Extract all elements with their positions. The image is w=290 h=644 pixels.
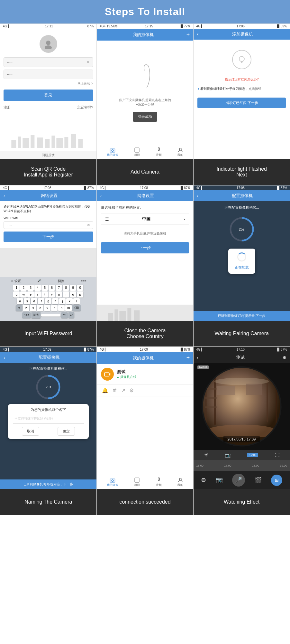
bottom-control-video[interactable]: 🎬	[255, 477, 262, 484]
key-2[interactable]: 2	[20, 285, 27, 291]
key-s[interactable]: s	[24, 298, 30, 304]
key-0[interactable]: 0	[77, 285, 83, 291]
action-icon-bell[interactable]: 🔔	[102, 387, 108, 393]
back-icon[interactable]: ‹	[197, 355, 198, 360]
forgot-link[interactable]: 忘记密码?	[77, 105, 93, 110]
key-b[interactable]: b	[51, 305, 58, 311]
key-w[interactable]: w	[20, 291, 27, 298]
nav-item-camera[interactable]: 我的摄像	[107, 477, 118, 487]
key-m[interactable]: m	[65, 305, 72, 311]
indicator-button[interactable]: 指示灯已红闪,下一步	[197, 98, 286, 108]
key-n[interactable]: n	[58, 305, 65, 311]
nav-item-album-2[interactable]: 相册	[134, 477, 140, 487]
add-camera-button-2[interactable]: +	[186, 355, 190, 361]
bottom-hint-bar[interactable]: 已听到摄像机'叮咚'提示音,下一步	[194, 311, 290, 321]
page-title: Steps To Install	[3, 6, 287, 18]
naming-input[interactable]: 不支持特殊字符(@#￥&等)	[13, 415, 84, 424]
bottom-control-settings[interactable]: ⚙	[201, 477, 206, 484]
key-q[interactable]: q	[13, 291, 20, 298]
key-g[interactable]: g	[45, 298, 51, 304]
shift-key[interactable]: ⇧	[16, 305, 22, 311]
cancel-button[interactable]: 取消	[22, 427, 39, 436]
key-h[interactable]: h	[52, 298, 59, 304]
wifi-password-row[interactable]: ······ 👁	[4, 221, 93, 229]
control-camera-icon[interactable]: 📷	[225, 452, 231, 458]
key-z[interactable]: z	[23, 305, 29, 311]
action-icon-settings[interactable]: ⚙	[129, 387, 134, 393]
key-i[interactable]: i	[63, 291, 69, 298]
nav-item-audio[interactable]: 音频	[156, 147, 162, 157]
bottom-control-mic[interactable]: 🎤	[232, 474, 245, 487]
login-button[interactable]: 登录	[4, 90, 93, 101]
country-selector[interactable]: ☰ 中国 ›	[101, 213, 189, 225]
add-camera-button[interactable]: +	[186, 31, 190, 38]
key-8[interactable]: 8	[63, 285, 69, 291]
key-7[interactable]: 7	[56, 285, 62, 291]
key-123[interactable]: 123	[22, 312, 31, 318]
key-c[interactable]: c	[37, 305, 43, 311]
key-4[interactable]: 4	[34, 285, 41, 291]
nav-item-audio-2[interactable]: 音频	[156, 477, 162, 487]
svg-rect-10	[64, 137, 68, 148]
key-l[interactable]: l	[73, 298, 80, 304]
confirm-button[interactable]: 确定	[58, 427, 75, 436]
back-icon[interactable]: ‹	[197, 31, 198, 37]
bottom-control-photo[interactable]: 📷	[216, 477, 223, 484]
grid-cell-connection: 4G ▎ 17:09 ▉ 87% 我的摄像机 + 测试 ●	[97, 347, 194, 515]
key-t[interactable]: t	[41, 291, 48, 298]
key-symbol[interactable]: 符号	[32, 312, 41, 318]
control-fullscreen[interactable]: ⛶	[275, 452, 279, 458]
nav-item-me-2[interactable]: 我的	[177, 477, 183, 487]
key-3[interactable]: 3	[27, 285, 34, 291]
settings-icon[interactable]: ⚙	[283, 355, 286, 360]
nav-item-album[interactable]: 相册	[134, 147, 140, 157]
key-o[interactable]: o	[70, 291, 76, 298]
key-k[interactable]: k	[66, 298, 73, 304]
indicator-link[interactable]: 指示灯没有红闪怎么办?	[225, 77, 259, 82]
key-y[interactable]: y	[49, 291, 55, 298]
clear-icon[interactable]: ✕	[86, 60, 90, 64]
naming-bottom-hint[interactable]: 已听到摄像机'叮咚'提示音，下一步	[0, 479, 96, 489]
key-x[interactable]: x	[30, 305, 36, 311]
timeline[interactable]: 16:00 17:00 18:00 19:00	[194, 460, 290, 471]
key-en[interactable]: En	[61, 312, 68, 318]
key-1[interactable]: 1	[13, 285, 20, 291]
key-v[interactable]: v	[44, 305, 50, 311]
svg-rect-7	[45, 139, 50, 148]
key-6[interactable]: 6	[49, 285, 55, 291]
back-icon[interactable]: ‹	[197, 194, 198, 198]
key-r[interactable]: r	[34, 291, 41, 298]
backspace-key[interactable]: ⌫	[72, 305, 81, 311]
username-field[interactable]: ······ ✕	[4, 57, 93, 67]
key-9[interactable]: 9	[70, 285, 76, 291]
back-icon[interactable]: ‹	[4, 355, 5, 360]
next-button[interactable]: 下一步	[4, 232, 93, 242]
register-link[interactable]: 注册	[4, 105, 11, 110]
password-field[interactable]: ······	[4, 70, 93, 79]
cityscape-decoration	[4, 132, 93, 148]
key-e[interactable]: e	[27, 291, 34, 298]
svg-point-32	[179, 478, 181, 480]
status-signal: 4G ▎	[3, 24, 11, 28]
key-enter[interactable]: ↩	[68, 312, 74, 318]
bottom-control-extra[interactable]: ⊞	[271, 475, 282, 486]
nav-item-camera[interactable]: 我的摄像	[107, 147, 118, 157]
key-f[interactable]: f	[38, 298, 44, 304]
action-icon-share[interactable]: ↗	[121, 387, 125, 393]
key-u[interactable]: u	[56, 291, 62, 298]
nav-item-me[interactable]: 我的	[177, 147, 183, 157]
phone-screen-login: 4G ▎ 17:11 87% ······ ✕ ······ 马上体验 >	[0, 24, 96, 159]
action-icon-trash[interactable]: 🗑	[112, 387, 117, 393]
key-d[interactable]: d	[31, 298, 37, 304]
key-p[interactable]: p	[77, 291, 83, 298]
key-a[interactable]: a	[17, 298, 23, 304]
key-5[interactable]: 5	[41, 285, 48, 291]
back-icon[interactable]: ‹	[4, 194, 5, 198]
watch-bottom-controls: ⚙ 📷 🎤 🎬 ⊞	[194, 471, 290, 489]
back-icon[interactable]: ‹	[100, 194, 102, 198]
eye-icon[interactable]: 👁	[87, 223, 90, 227]
country-next-button[interactable]: 下一步	[101, 242, 189, 253]
key-space[interactable]	[41, 314, 60, 317]
control-brightness[interactable]: ☀	[204, 452, 208, 458]
key-j[interactable]: j	[59, 298, 66, 304]
